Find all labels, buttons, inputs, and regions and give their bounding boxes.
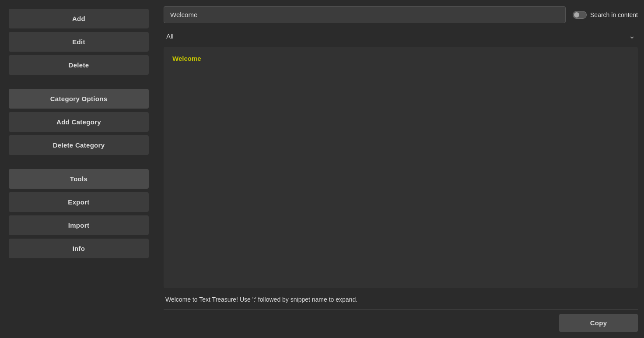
bottom-bar: Copy bbox=[164, 314, 638, 332]
category-options-button[interactable]: Category Options bbox=[9, 89, 149, 109]
edit-button[interactable]: Edit bbox=[9, 32, 149, 52]
filter-row: All ⌄ bbox=[164, 28, 638, 44]
info-button[interactable]: Info bbox=[9, 239, 149, 258]
welcome-message: Welcome to Text Treasure! Use ':' follow… bbox=[164, 292, 638, 306]
filter-label: All bbox=[166, 32, 174, 40]
search-in-content-label[interactable]: Search in content bbox=[573, 11, 638, 19]
add-category-button[interactable]: Add Category bbox=[9, 112, 149, 132]
search-row: Search in content bbox=[164, 6, 638, 23]
search-in-content-toggle[interactable] bbox=[573, 11, 587, 19]
add-button[interactable]: Add bbox=[9, 9, 149, 28]
export-button[interactable]: Export bbox=[9, 192, 149, 212]
chevron-down-icon[interactable]: ⌄ bbox=[629, 31, 635, 41]
list-item[interactable]: Welcome bbox=[164, 49, 638, 68]
import-button[interactable]: Import bbox=[9, 215, 149, 235]
divider bbox=[164, 309, 638, 310]
copy-button[interactable]: Copy bbox=[559, 314, 638, 332]
snippet-name: Welcome bbox=[172, 55, 201, 62]
delete-button[interactable]: Delete bbox=[9, 55, 149, 75]
sidebar-gap-2 bbox=[9, 158, 149, 169]
tools-button[interactable]: Tools bbox=[9, 169, 149, 189]
delete-category-button[interactable]: Delete Category bbox=[9, 135, 149, 155]
sidebar-gap-1 bbox=[9, 78, 149, 89]
main-panel: Search in content All ⌄ Welcome Welcome … bbox=[158, 0, 644, 338]
snippet-list: Welcome bbox=[164, 47, 638, 288]
search-in-content-text: Search in content bbox=[590, 11, 638, 18]
sidebar: Add Edit Delete Category Options Add Cat… bbox=[0, 0, 158, 338]
search-input[interactable] bbox=[164, 6, 566, 23]
